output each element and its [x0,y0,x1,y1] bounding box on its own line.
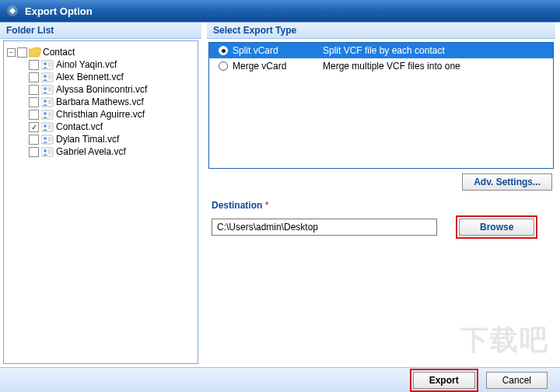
browse-button[interactable]: Browse [459,219,534,236]
tree-collapse-toggle[interactable]: − [7,48,16,57]
window-title: Export Option [25,5,93,17]
export-option-name: Merge vCard [233,61,318,72]
tree-item-label: Gabriel Avela.vcf [56,146,126,157]
svg-point-12 [44,87,47,90]
tree-item-label: Alyssa Bonincontri.vcf [56,84,147,95]
export-button[interactable]: Export [413,372,475,389]
vcard-file-icon [41,122,54,132]
export-highlight: Export [410,369,478,392]
tree-item[interactable]: ✓Contact.vcf [29,121,194,133]
destination-input[interactable] [212,219,437,236]
tree-item-label: Christhian Aguirre.vcf [56,109,145,120]
tree-item-checkbox[interactable] [29,110,39,120]
tree-root-contact[interactable]: − Contact [7,46,194,58]
vcard-file-icon [41,147,54,157]
vcard-file-icon [41,60,54,70]
svg-point-2 [44,62,47,65]
svg-point-27 [44,124,47,128]
export-option-name: Split vCard [233,45,318,56]
vcard-file-icon [41,85,54,95]
tree-item-label: Ainol Yaqin.vcf [56,59,117,70]
app-icon [6,5,19,17]
adv-settings-button[interactable]: Adv. Settings... [462,173,552,191]
tree-item[interactable]: Barbara Mathews.vcf [29,96,194,108]
tree-item-checkbox[interactable] [29,135,39,145]
tree-item[interactable]: Alyssa Bonincontri.vcf [29,83,194,96]
footer-bar: Export Cancel [0,367,560,392]
export-type-header: Select Export Type [207,23,555,39]
export-panel: Select Export Type Split vCardSplit VCF … [202,23,560,367]
tree-item-checkbox[interactable] [29,97,39,107]
vcard-file-icon [41,72,54,82]
cancel-button[interactable]: Cancel [486,372,548,389]
svg-point-17 [44,100,47,103]
tree-item-label: Barbara Mathews.vcf [56,96,144,107]
title-bar: Export Option [0,0,560,22]
tree-root-checkbox[interactable] [17,47,27,58]
tree-item[interactable]: Christhian Aguirre.vcf [29,108,194,121]
browse-highlight: Browse [456,215,537,239]
tree-item[interactable]: Dylan Timal.vcf [29,133,194,145]
tree-item-checkbox[interactable] [29,85,39,95]
destination-row: Browse [212,215,551,239]
export-option-desc: Merge multiple VCF files into one [323,61,544,72]
tree-item-checkbox[interactable] [29,60,39,70]
export-option-radio[interactable] [219,61,228,71]
tree-item-label: Dylan Timal.vcf [56,134,119,145]
vcard-file-icon [41,97,54,107]
svg-point-32 [44,137,47,140]
required-asterisk: * [265,200,269,211]
export-type-list: Split vCardSplit VCF file by each contac… [208,42,554,169]
vcard-file-icon [41,110,54,120]
tree-item-checkbox[interactable]: ✓ [29,122,39,132]
tree-children: Ainol Yaqin.vcfAlex Bennett.vcfAlyssa Bo… [29,58,194,158]
export-option-radio[interactable] [219,46,228,55]
folder-list-header: Folder List [0,23,201,39]
destination-label: Destination * [212,200,551,211]
folder-tree[interactable]: − Contact Ainol Yaqin.vcfAlex Bennett.vc… [3,40,198,364]
folder-list-panel: Folder List − Contact Ainol Yaqin.vcfAle… [0,23,202,367]
tree-item[interactable]: Ainol Yaqin.vcf [29,58,194,71]
content-area: Folder List − Contact Ainol Yaqin.vcfAle… [0,22,560,367]
svg-point-7 [44,75,47,78]
tree-item-label: Contact.vcf [56,121,103,132]
folder-open-icon [29,47,41,58]
svg-point-22 [44,112,47,115]
svg-point-37 [44,149,47,152]
export-option-row[interactable]: Merge vCardMerge multiple VCF files into… [209,58,553,74]
export-option-row[interactable]: Split vCardSplit VCF file by each contac… [209,43,553,58]
tree-root-label: Contact [43,47,75,58]
tree-item[interactable]: Gabriel Avela.vcf [29,145,194,158]
vcard-file-icon [41,135,54,145]
export-option-desc: Split VCF file by each contact [323,45,544,56]
tree-item-checkbox[interactable] [29,72,39,82]
tree-item-checkbox[interactable] [29,147,39,157]
tree-item[interactable]: Alex Bennett.vcf [29,71,194,83]
tree-item-label: Alex Bennett.vcf [56,72,124,82]
